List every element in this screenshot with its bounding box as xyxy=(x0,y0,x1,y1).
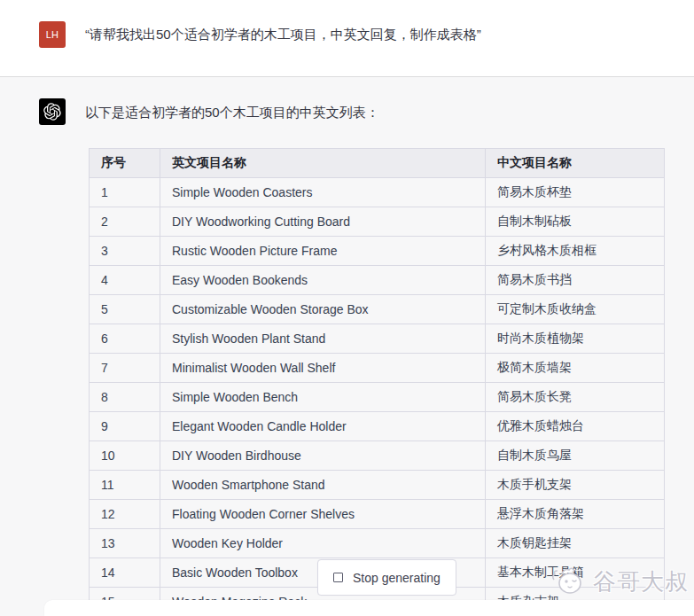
cell-index: 13 xyxy=(90,529,160,558)
cell-index: 2 xyxy=(90,207,160,237)
user-avatar: LH xyxy=(39,21,66,48)
cell-index: 10 xyxy=(90,441,160,471)
cell-chinese-name: 简易木质杯垫 xyxy=(486,178,665,207)
cell-english-name: Stylish Wooden Plant Stand xyxy=(160,324,486,354)
cell-chinese-name: 木质手机支架 xyxy=(486,471,665,500)
cell-english-name: Easy Wooden Bookends xyxy=(160,266,486,295)
table-row: 5Customizable Wooden Storage Box可定制木质收纳盒 xyxy=(90,295,665,324)
cell-chinese-name: 悬浮木质角落架 xyxy=(486,500,665,529)
cell-index: 1 xyxy=(90,178,160,207)
cell-chinese-name: 简易木质长凳 xyxy=(486,383,665,412)
cell-index: 9 xyxy=(90,412,160,441)
cell-chinese-name: 可定制木质收纳盒 xyxy=(486,295,665,324)
table-header-cell: 中文项目名称 xyxy=(486,149,665,178)
cell-index: 12 xyxy=(90,500,160,529)
cell-index: 14 xyxy=(90,558,160,588)
cell-index: 8 xyxy=(90,383,160,412)
cell-english-name: Simple Wooden Bench xyxy=(160,383,486,412)
stop-generating-label: Stop generating xyxy=(353,571,441,585)
cell-index: 5 xyxy=(90,295,160,324)
cell-chinese-name: 基本木制工具箱 xyxy=(486,558,665,588)
cell-english-name: Wooden Key Holder xyxy=(160,529,486,558)
table-row: 9Elegant Wooden Candle Holder优雅木质蜡烛台 xyxy=(90,412,665,441)
cell-chinese-name: 简易木质书挡 xyxy=(486,266,665,295)
table-row: 1Simple Wooden Coasters简易木质杯垫 xyxy=(90,178,665,207)
cell-index: 7 xyxy=(90,354,160,383)
table-row: 7Minimalist Wooden Wall Shelf极简木质墙架 xyxy=(90,354,665,383)
cell-index: 6 xyxy=(90,324,160,354)
table-header-cell: 英文项目名称 xyxy=(160,149,486,178)
table-row: 2DIY Woodworking Cutting Board自制木制砧板 xyxy=(90,207,665,237)
cell-chinese-name: 优雅木质蜡烛台 xyxy=(486,412,665,441)
cell-index: 3 xyxy=(90,237,160,266)
cell-english-name: Wooden Smartphone Stand xyxy=(160,471,486,500)
table-header-row: 序号英文项目名称中文项目名称 xyxy=(90,149,665,178)
cell-index: 11 xyxy=(90,471,160,500)
cell-chinese-name: 自制木质鸟屋 xyxy=(486,441,665,471)
cell-chinese-name: 时尚木质植物架 xyxy=(486,324,665,354)
input-area-panel xyxy=(44,600,694,616)
openai-logo-icon xyxy=(43,103,61,121)
assistant-avatar xyxy=(39,98,66,125)
table-row: 11Wooden Smartphone Stand木质手机支架 xyxy=(90,471,665,500)
stop-square-icon xyxy=(333,573,343,582)
table-row: 10DIY Wooden Birdhouse自制木质鸟屋 xyxy=(90,441,665,471)
table-row: 4Easy Wooden Bookends简易木质书挡 xyxy=(90,266,665,295)
table-row: 6Stylish Wooden Plant Stand时尚木质植物架 xyxy=(90,324,665,354)
cell-english-name: Elegant Wooden Candle Holder xyxy=(160,412,486,441)
cell-index: 4 xyxy=(90,266,160,295)
cell-english-name: Minimalist Wooden Wall Shelf xyxy=(160,354,486,383)
cell-english-name: DIY Wooden Birdhouse xyxy=(160,441,486,471)
cell-english-name: Simple Wooden Coasters xyxy=(160,178,486,207)
cell-english-name: Floating Wooden Corner Shelves xyxy=(160,500,486,529)
cell-chinese-name: 木质钥匙挂架 xyxy=(486,529,665,558)
table-header-cell: 序号 xyxy=(90,149,160,178)
stop-generating-button[interactable]: Stop generating xyxy=(317,559,456,596)
table-row: 13Wooden Key Holder木质钥匙挂架 xyxy=(90,529,665,558)
table-row: 3Rustic Wooden Picture Frame乡村风格木质相框 xyxy=(90,237,665,266)
projects-table: 序号英文项目名称中文项目名称 1Simple Wooden Coasters简易… xyxy=(89,148,665,616)
assistant-intro-text: 以下是适合初学者的50个木工项目的中英文列表： xyxy=(85,103,652,121)
user-message-text: “请帮我找出50个适合初学者的木工项目，中英文回复，制作成表格” xyxy=(85,25,652,43)
cell-chinese-name: 极简木质墙架 xyxy=(486,354,665,383)
user-message: LH “请帮我找出50个适合初学者的木工项目，中英文回复，制作成表格” xyxy=(0,0,694,76)
cell-chinese-name: 自制木制砧板 xyxy=(486,207,665,237)
cell-chinese-name: 乡村风格木质相框 xyxy=(486,237,665,266)
cell-english-name: Rustic Wooden Picture Frame xyxy=(160,237,486,266)
assistant-message: 以下是适合初学者的50个木工项目的中英文列表： 序号英文项目名称中文项目名称 1… xyxy=(0,76,694,616)
cell-english-name: Customizable Wooden Storage Box xyxy=(160,295,486,324)
table-row: 8Simple Wooden Bench简易木质长凳 xyxy=(90,383,665,412)
table-row: 12Floating Wooden Corner Shelves悬浮木质角落架 xyxy=(90,500,665,529)
table-body: 1Simple Wooden Coasters简易木质杯垫2DIY Woodwo… xyxy=(90,178,665,616)
cell-english-name: DIY Woodworking Cutting Board xyxy=(160,207,486,237)
